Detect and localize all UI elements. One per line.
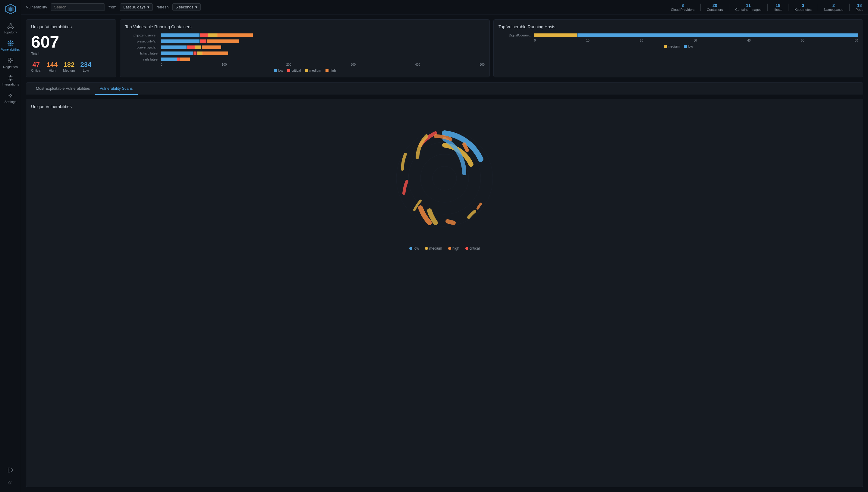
- containers-axis: 0100200300400500: [161, 63, 485, 66]
- registries-icon: [7, 57, 14, 64]
- section-title: Unique Vulnerabilities: [31, 104, 858, 109]
- refresh-interval-value: 5 seconds: [176, 5, 193, 9]
- high-count: 144: [47, 61, 58, 69]
- stat-hosts[interactable]: 18 Hosts: [774, 3, 782, 11]
- vulnerability-scans-section: Unique Vulnerabilities nodejsrubyjspytho…: [26, 99, 863, 487]
- filter-label: Vulnerability: [26, 5, 47, 9]
- sidebar-item-vulnerabilities[interactable]: Vulnerabilities: [0, 37, 21, 54]
- legend-critical-label: critical: [470, 246, 480, 250]
- tab-vulnerability-scans[interactable]: Vulnerability Scans: [95, 82, 137, 95]
- legend-low: low: [409, 246, 419, 250]
- stat-containers[interactable]: 20 Containers: [707, 3, 723, 11]
- sidebar-item-collapse[interactable]: [0, 476, 21, 489]
- vuln-count-critical: 47 Critical: [31, 61, 41, 72]
- page-content: Unique Vulnerabilities 607 Total 47 Crit…: [21, 15, 868, 492]
- sidebar-item-label: Integrations: [2, 82, 19, 86]
- sidebar-item-topology[interactable]: Topology: [0, 20, 21, 37]
- vuln-total-number: 607: [31, 33, 111, 50]
- refresh-interval-dropdown[interactable]: 5 seconds ▾: [172, 3, 201, 11]
- sidebar-item-label: Settings: [4, 100, 17, 104]
- bar-row: DigitalOcean-...: [498, 33, 858, 37]
- from-label: from: [109, 5, 116, 9]
- svg-point-11: [10, 43, 11, 44]
- date-range-value: Last 30 days: [123, 5, 146, 9]
- medium-count: 182: [64, 61, 75, 69]
- stat-containers-label: Containers: [707, 8, 723, 11]
- bar-track: [161, 51, 485, 55]
- stat-namespaces[interactable]: 2 Namespaces: [824, 3, 843, 11]
- bar-row: fsharp:latest: [125, 51, 485, 55]
- app-logo[interactable]: [4, 3, 17, 15]
- critical-label: Critical: [31, 69, 41, 72]
- vuln-count-low: 234 Low: [80, 61, 91, 72]
- stat-container-images-label: Container Images: [735, 8, 761, 11]
- stat-container-images[interactable]: 11 Container Images: [735, 3, 761, 11]
- main-content: Vulnerability from Last 30 days ▾ refres…: [21, 0, 868, 492]
- bar-segment: [177, 57, 180, 61]
- stat-container-images-number: 11: [746, 3, 751, 8]
- vulnerabilities-icon: [7, 40, 14, 47]
- low-count: 234: [80, 61, 91, 69]
- legend-medium-label: medium: [429, 246, 442, 250]
- stat-cloud-providers[interactable]: 3 Cloud Providers: [671, 3, 695, 11]
- topbar: Vulnerability from Last 30 days ▾ refres…: [21, 0, 868, 15]
- bar-segment: [202, 46, 221, 49]
- stat-divider-5: [818, 4, 818, 11]
- legend-high-label: high: [452, 246, 459, 250]
- bar-track: [534, 33, 858, 37]
- sidebar-item-label: Vulnerabilities: [1, 48, 20, 51]
- dropdown-chevron-icon: ▾: [147, 5, 149, 9]
- bar-segment: [202, 51, 228, 55]
- svg-point-3: [10, 24, 11, 25]
- bar-label: rails:latest: [125, 57, 158, 61]
- tabs-row: Most Exploitable Vulnerabilities Vulnera…: [26, 82, 863, 95]
- svg-point-5: [12, 27, 13, 29]
- svg-point-4: [7, 27, 9, 29]
- bar-segment: [200, 33, 208, 37]
- bar-track: [161, 40, 485, 43]
- bar-track: [161, 33, 485, 37]
- search-input[interactable]: [51, 3, 105, 11]
- svg-rect-17: [11, 58, 13, 60]
- legend-medium: medium: [425, 246, 442, 250]
- bar-segment: [161, 40, 200, 43]
- containers-bar-chart: php-zendserve...piesecurity/a...converti…: [125, 33, 485, 61]
- polar-chart-container: nodejsrubyjspythondotnetphpjavabase: [31, 115, 858, 242]
- stat-namespaces-label: Namespaces: [824, 8, 843, 11]
- polar-chart-svg: [387, 121, 502, 236]
- stat-divider-3: [767, 4, 768, 11]
- containers-legend: low critical medium high: [125, 69, 485, 72]
- bar-segment: [161, 57, 177, 61]
- sidebar-item-logout[interactable]: [0, 464, 21, 476]
- bar-segment: [207, 40, 239, 43]
- bar-row: rails:latest: [125, 57, 485, 61]
- stat-divider-2: [729, 4, 729, 11]
- stat-kubernetes[interactable]: 3 Kubernetes: [795, 3, 811, 11]
- sidebar-item-integrations[interactable]: Integrations: [0, 72, 21, 89]
- top-panels-row: Unique Vulnerabilities 607 Total 47 Crit…: [26, 19, 863, 77]
- svg-rect-16: [8, 58, 10, 60]
- vuln-count-medium: 182 Medium: [63, 61, 75, 72]
- sidebar: Topology Vulnerabilities Regist: [0, 0, 21, 492]
- bar-segment: [180, 57, 190, 61]
- stat-pods-number: 18: [857, 3, 862, 8]
- unique-vulnerabilities-panel: Unique Vulnerabilities 607 Total 47 Crit…: [26, 19, 116, 77]
- sidebar-item-registries[interactable]: Registries: [0, 54, 21, 72]
- svg-line-6: [8, 25, 10, 27]
- bar-segment: [161, 51, 193, 55]
- stat-divider-6: [849, 4, 850, 11]
- top-hosts-panel: Top Vulnerable Running Hosts DigitalOcea…: [493, 19, 863, 77]
- refresh-label: refresh: [157, 5, 168, 9]
- sidebar-item-label: Topology: [4, 30, 17, 34]
- stat-pods[interactable]: 18 Pods: [855, 3, 863, 11]
- date-range-dropdown[interactable]: Last 30 days ▾: [120, 3, 153, 11]
- bar-label: php-zendserve...: [125, 33, 158, 37]
- tab-most-exploitable[interactable]: Most Exploitable Vulnerabilities: [31, 82, 95, 95]
- bar-segment: [195, 46, 202, 49]
- bar-label: convertigo:la...: [125, 46, 158, 49]
- stat-pods-label: Pods: [855, 8, 863, 11]
- stat-kubernetes-label: Kubernetes: [795, 8, 811, 11]
- stat-namespaces-number: 2: [832, 3, 835, 8]
- sidebar-item-settings[interactable]: Settings: [0, 89, 21, 106]
- stat-divider: [700, 4, 701, 11]
